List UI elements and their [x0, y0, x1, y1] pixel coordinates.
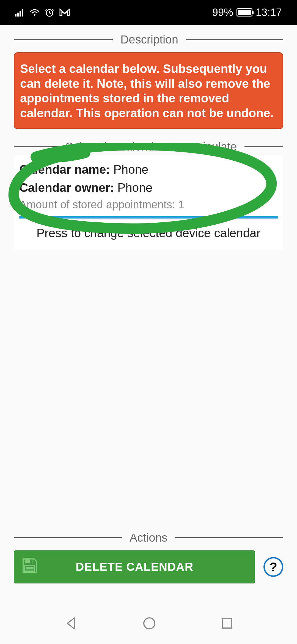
- appointment-count-value: 1: [178, 198, 184, 211]
- help-button[interactable]: ?: [263, 557, 283, 577]
- wifi-icon: [29, 8, 40, 17]
- svg-rect-12: [222, 619, 232, 628]
- card-divider: [19, 216, 278, 219]
- battery-percent: 99%: [212, 7, 233, 18]
- calendar-owner-label: Calendar owner:: [19, 181, 114, 194]
- svg-rect-1: [17, 13, 19, 17]
- svg-rect-3: [22, 9, 23, 17]
- svg-rect-7: [30, 560, 32, 563]
- delete-button-label: DELETE CALENDAR: [76, 560, 193, 574]
- alarm-icon: [45, 8, 54, 17]
- calendar-card[interactable]: Calendar name: Phone Calendar owner: Pho…: [14, 155, 283, 219]
- svg-point-11: [144, 618, 155, 629]
- svg-point-4: [34, 14, 35, 16]
- help-icon: ?: [270, 560, 277, 574]
- warning-message: Select a calendar below. Subsequently yo…: [14, 52, 283, 129]
- gmail-icon: [59, 8, 70, 17]
- battery-icon: [237, 8, 252, 17]
- back-button[interactable]: [64, 616, 78, 631]
- signal-icon: [15, 8, 24, 17]
- home-button[interactable]: [142, 616, 156, 631]
- delete-calendar-button[interactable]: DELETE CALENDAR: [14, 550, 255, 583]
- svg-rect-2: [20, 11, 21, 17]
- calendar-owner-value: Phone: [117, 181, 152, 194]
- description-legend: Description: [118, 33, 180, 46]
- calendar-name-label: Calendar name:: [19, 163, 110, 176]
- recent-apps-button[interactable]: [221, 617, 233, 630]
- clock-time: 13:17: [256, 7, 282, 18]
- calendar-name-value: Phone: [113, 163, 148, 176]
- svg-rect-0: [15, 14, 16, 17]
- select-calendar-legend: Select the calendar to manipulate: [63, 140, 239, 153]
- select-calendar-section: Select the calendar to manipulate Calend…: [14, 140, 283, 249]
- appointment-count-label: Amount of stored appointments:: [19, 198, 175, 211]
- actions-section: Actions DELETE CALENDAR ?: [14, 531, 283, 583]
- system-nav-bar: [0, 603, 297, 644]
- status-bar: 99% 13:17: [0, 0, 297, 25]
- actions-legend: Actions: [127, 531, 170, 544]
- change-calendar-hint[interactable]: Press to change selected device calendar: [14, 219, 283, 249]
- floppy-disk-icon: [21, 557, 38, 577]
- description-section: Description Select a calendar below. Sub…: [14, 33, 283, 129]
